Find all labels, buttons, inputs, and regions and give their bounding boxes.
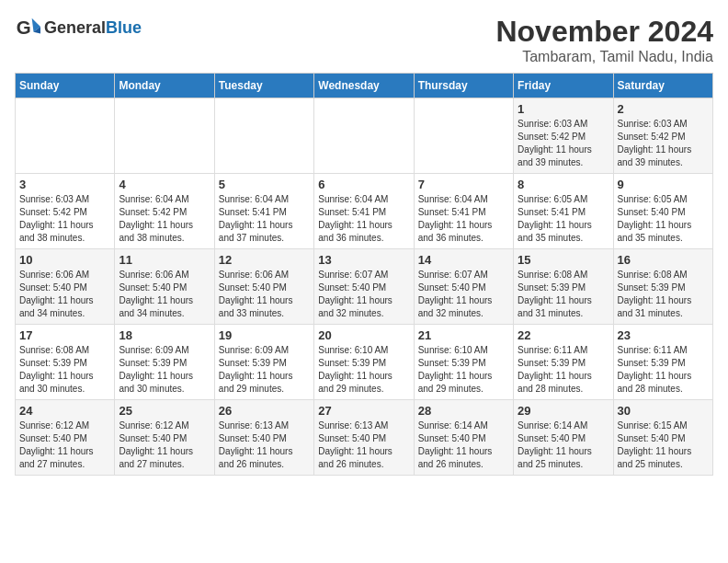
calendar-cell: 18Sunrise: 6:09 AM Sunset: 5:39 PM Dayli…	[115, 325, 214, 400]
day-number: 19	[219, 328, 310, 342]
day-info: Sunrise: 6:06 AM Sunset: 5:40 PM Dayligh…	[19, 270, 94, 318]
calendar-cell: 21Sunrise: 6:10 AM Sunset: 5:39 PM Dayli…	[414, 325, 513, 400]
calendar-cell: 5Sunrise: 6:04 AM Sunset: 5:41 PM Daylig…	[214, 174, 313, 249]
day-info: Sunrise: 6:13 AM Sunset: 5:40 PM Dayligh…	[219, 420, 293, 469]
title-area: November 2024 Tambaram, Tamil Nadu, Indi…	[495, 15, 713, 65]
day-number: 18	[119, 328, 210, 342]
day-info: Sunrise: 6:06 AM Sunset: 5:40 PM Dayligh…	[119, 270, 193, 318]
calendar-cell: 10Sunrise: 6:06 AM Sunset: 5:40 PM Dayli…	[16, 249, 115, 325]
calendar-cell: 29Sunrise: 6:14 AM Sunset: 5:40 PM Dayli…	[514, 400, 613, 476]
day-number: 8	[518, 178, 609, 191]
weekday-header: Monday	[115, 74, 214, 98]
day-number: 30	[618, 404, 709, 418]
calendar-cell: 8Sunrise: 6:05 AM Sunset: 5:41 PM Daylig…	[514, 174, 613, 249]
calendar-cell: 25Sunrise: 6:12 AM Sunset: 5:40 PM Dayli…	[115, 400, 214, 476]
day-info: Sunrise: 6:12 AM Sunset: 5:40 PM Dayligh…	[19, 420, 94, 469]
calendar-cell: 16Sunrise: 6:08 AM Sunset: 5:39 PM Dayli…	[613, 249, 712, 325]
day-info: Sunrise: 6:07 AM Sunset: 5:40 PM Dayligh…	[418, 270, 493, 318]
day-info: Sunrise: 6:04 AM Sunset: 5:41 PM Dayligh…	[318, 194, 392, 243]
day-info: Sunrise: 6:09 AM Sunset: 5:39 PM Dayligh…	[119, 345, 193, 394]
header-row: SundayMondayTuesdayWednesdayThursdayFrid…	[16, 74, 713, 98]
day-info: Sunrise: 6:10 AM Sunset: 5:39 PM Dayligh…	[318, 345, 392, 394]
day-info: Sunrise: 6:08 AM Sunset: 5:39 PM Dayligh…	[19, 345, 94, 394]
weekday-header: Tuesday	[214, 74, 313, 98]
day-number: 17	[19, 328, 110, 342]
day-info: Sunrise: 6:12 AM Sunset: 5:40 PM Dayligh…	[119, 420, 193, 469]
day-number: 21	[418, 328, 509, 342]
calendar-header: SundayMondayTuesdayWednesdayThursdayFrid…	[16, 74, 713, 98]
calendar-cell: 26Sunrise: 6:13 AM Sunset: 5:40 PM Dayli…	[214, 400, 313, 476]
calendar-cell	[314, 98, 414, 174]
day-number: 25	[119, 404, 210, 418]
calendar-cell: 9Sunrise: 6:05 AM Sunset: 5:40 PM Daylig…	[613, 174, 712, 249]
calendar-cell: 15Sunrise: 6:08 AM Sunset: 5:39 PM Dayli…	[514, 249, 613, 325]
day-info: Sunrise: 6:05 AM Sunset: 5:41 PM Dayligh…	[518, 194, 592, 243]
day-number: 6	[318, 178, 409, 191]
calendar-cell	[115, 98, 214, 174]
day-info: Sunrise: 6:10 AM Sunset: 5:39 PM Dayligh…	[418, 345, 493, 394]
calendar-cell: 4Sunrise: 6:04 AM Sunset: 5:42 PM Daylig…	[115, 174, 214, 249]
calendar-week-row: 17Sunrise: 6:08 AM Sunset: 5:39 PM Dayli…	[16, 325, 713, 400]
day-info: Sunrise: 6:07 AM Sunset: 5:40 PM Dayligh…	[318, 270, 392, 318]
calendar-cell: 28Sunrise: 6:14 AM Sunset: 5:40 PM Dayli…	[414, 400, 513, 476]
day-number: 11	[119, 253, 210, 267]
day-number: 10	[19, 253, 110, 267]
day-number: 1	[518, 102, 609, 116]
calendar-cell	[414, 98, 513, 174]
calendar-cell	[16, 98, 115, 174]
logo-icon: G	[15, 15, 40, 40]
calendar-cell: 17Sunrise: 6:08 AM Sunset: 5:39 PM Dayli…	[16, 325, 115, 400]
day-number: 24	[19, 404, 110, 418]
month-title: November 2024	[495, 15, 713, 49]
calendar-cell: 14Sunrise: 6:07 AM Sunset: 5:40 PM Dayli…	[414, 249, 513, 325]
day-info: Sunrise: 6:06 AM Sunset: 5:40 PM Dayligh…	[219, 270, 293, 318]
logo-text: GeneralBlue	[44, 18, 142, 38]
calendar-cell: 20Sunrise: 6:10 AM Sunset: 5:39 PM Dayli…	[314, 325, 414, 400]
day-info: Sunrise: 6:03 AM Sunset: 5:42 PM Dayligh…	[618, 119, 692, 167]
calendar-cell: 22Sunrise: 6:11 AM Sunset: 5:39 PM Dayli…	[514, 325, 613, 400]
weekday-header: Thursday	[414, 74, 513, 98]
calendar-cell: 6Sunrise: 6:04 AM Sunset: 5:41 PM Daylig…	[314, 174, 414, 249]
calendar-cell: 13Sunrise: 6:07 AM Sunset: 5:40 PM Dayli…	[314, 249, 414, 325]
day-number: 16	[618, 253, 709, 267]
day-info: Sunrise: 6:08 AM Sunset: 5:39 PM Dayligh…	[518, 270, 592, 318]
calendar-week-row: 24Sunrise: 6:12 AM Sunset: 5:40 PM Dayli…	[16, 400, 713, 476]
day-number: 23	[618, 328, 709, 342]
calendar-cell: 2Sunrise: 6:03 AM Sunset: 5:42 PM Daylig…	[613, 98, 712, 174]
location-title: Tambaram, Tamil Nadu, India	[495, 49, 713, 65]
calendar-cell: 23Sunrise: 6:11 AM Sunset: 5:39 PM Dayli…	[613, 325, 712, 400]
weekday-header: Saturday	[613, 74, 712, 98]
calendar-cell: 27Sunrise: 6:13 AM Sunset: 5:40 PM Dayli…	[314, 400, 414, 476]
calendar-cell: 11Sunrise: 6:06 AM Sunset: 5:40 PM Dayli…	[115, 249, 214, 325]
weekday-header: Friday	[514, 74, 613, 98]
calendar-cell	[214, 98, 313, 174]
calendar-table: SundayMondayTuesdayWednesdayThursdayFrid…	[15, 73, 713, 476]
calendar-body: 1Sunrise: 6:03 AM Sunset: 5:42 PM Daylig…	[16, 98, 713, 476]
calendar-week-row: 1Sunrise: 6:03 AM Sunset: 5:42 PM Daylig…	[16, 98, 713, 174]
day-info: Sunrise: 6:15 AM Sunset: 5:40 PM Dayligh…	[618, 420, 692, 469]
calendar-cell: 19Sunrise: 6:09 AM Sunset: 5:39 PM Dayli…	[214, 325, 313, 400]
day-info: Sunrise: 6:14 AM Sunset: 5:40 PM Dayligh…	[518, 420, 592, 469]
day-number: 26	[219, 404, 310, 418]
day-info: Sunrise: 6:08 AM Sunset: 5:39 PM Dayligh…	[618, 270, 692, 318]
day-number: 9	[618, 178, 709, 191]
day-info: Sunrise: 6:09 AM Sunset: 5:39 PM Dayligh…	[219, 345, 293, 394]
calendar-week-row: 10Sunrise: 6:06 AM Sunset: 5:40 PM Dayli…	[16, 249, 713, 325]
day-number: 14	[418, 253, 509, 267]
day-number: 13	[318, 253, 409, 267]
day-number: 3	[19, 178, 110, 191]
day-number: 7	[418, 178, 509, 191]
day-number: 27	[318, 404, 409, 418]
calendar-cell: 7Sunrise: 6:04 AM Sunset: 5:41 PM Daylig…	[414, 174, 513, 249]
day-number: 15	[518, 253, 609, 267]
day-info: Sunrise: 6:13 AM Sunset: 5:40 PM Dayligh…	[318, 420, 392, 469]
calendar-cell: 24Sunrise: 6:12 AM Sunset: 5:40 PM Dayli…	[16, 400, 115, 476]
day-info: Sunrise: 6:14 AM Sunset: 5:40 PM Dayligh…	[418, 420, 493, 469]
logo: G GeneralBlue	[15, 15, 142, 40]
calendar-week-row: 3Sunrise: 6:03 AM Sunset: 5:42 PM Daylig…	[16, 174, 713, 249]
calendar-cell: 12Sunrise: 6:06 AM Sunset: 5:40 PM Dayli…	[214, 249, 313, 325]
header: G GeneralBlue November 2024 Tambaram, Ta…	[15, 15, 713, 65]
day-info: Sunrise: 6:04 AM Sunset: 5:41 PM Dayligh…	[418, 194, 493, 243]
day-number: 5	[219, 178, 310, 191]
day-number: 20	[318, 328, 409, 342]
